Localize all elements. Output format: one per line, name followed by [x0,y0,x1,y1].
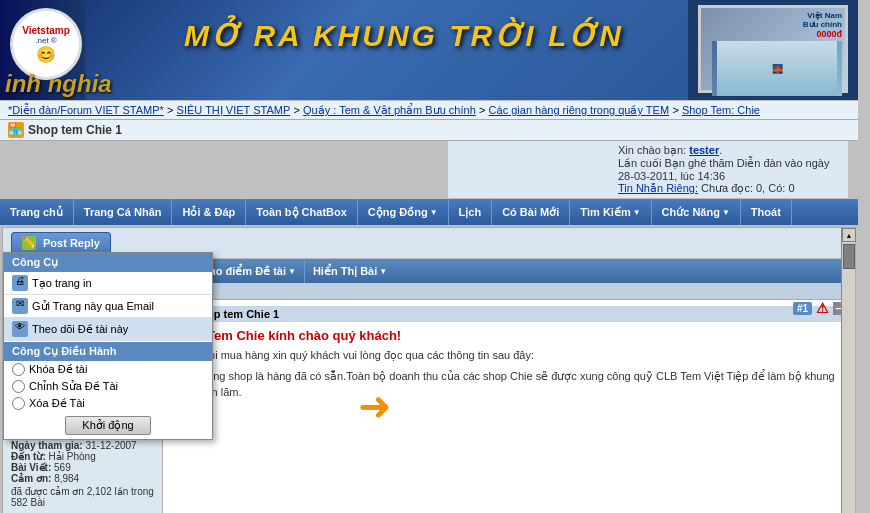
radio-edit[interactable] [12,380,25,393]
stat-camon: Cảm ơn: 8,984 [11,473,154,484]
nav-hoi-dap[interactable]: Hỏi & Đáp [172,199,246,225]
launch-btn-area: Khởi động [4,412,212,439]
scrollbar-up[interactable]: ▲ [842,228,856,242]
post-p1: Trước khi mua hàng xin quý khách vui lòn… [171,347,847,364]
radio-option-lock: Khóa Đề tài [4,361,212,378]
nav-tim-kiem[interactable]: Tìm Kiếm ▼ [570,199,651,225]
stat-posts: Bài Viết: 569 [11,462,154,473]
greet-username[interactable]: tester [689,144,719,156]
stat-from: Đến từ: Hải Phòng [11,451,154,462]
breadcrumb-link-forum[interactable]: *Diễn đàn/Forum VIET STAMP* [8,104,164,116]
breadcrumb-link-gian-hang[interactable]: Các gian hàng riêng trong quầy TEM [489,104,669,116]
nav-co-bai-moi[interactable]: Có Bài Mới [492,199,570,225]
nav-chuc-nang[interactable]: Chức Năng ▼ [652,199,741,225]
nav-chatbox[interactable]: Toàn bộ ChatBox [246,199,358,225]
radio-delete[interactable] [12,397,25,410]
logo-text: Vietstamp [22,25,70,36]
post-num-badge: #1 [793,302,812,315]
thread-col-display[interactable]: Hiển Thị Bài ▼ [305,259,395,283]
breadcrumb: *Diễn đàn/Forum VIET STAMP* > SIÊU THỊ V… [0,100,858,120]
nav-thoat[interactable]: Thoát [741,199,792,225]
header-title-area: MỞ RA KHUNG TRỜI LỚN [160,18,648,53]
breadcrumb-link-quay[interactable]: Quầy : Tem & Vật phẩm Bưu chính [303,104,476,116]
smiley-icon: 😊 [36,45,56,64]
nav-lich[interactable]: Lịch [449,199,493,225]
nav-trang-ca-nhan[interactable]: Trang Cá Nhân [74,199,173,225]
stamp-decoration: Việt NamBưu chính 0000đ 🌉 [698,5,848,93]
greet-text: Xin chào bạn: [618,144,686,156]
radio-delete-label: Xóa Đề Tài [29,397,85,410]
post-content: Shop Tem Chie kính chào quý khách! Trước… [171,328,847,401]
dropdown-section2-header: Công Cụ Điều Hành [4,342,212,361]
site-subtitle: inh nghia [0,70,112,98]
logo-subtext: .net ® [35,36,56,45]
post-p2: Hàng trong shop là hàng đã có sẵn.Toàn b… [171,368,847,401]
radio-lock-label: Khóa Đề tài [29,363,87,376]
last-visit-text: Lần cuối Bạn ghé thăm Diễn đàn vào ngày … [618,157,829,182]
scrollbar: ▲ ▼ [841,228,855,513]
inbox-value: Chưa đọc: 0, Có: 0 [701,182,795,194]
radio-option-edit: Chỉnh Sửa Đề Tài [4,378,212,395]
greet-bar: Xin chào bạn: tester. Lần cuối Bạn ghé t… [448,141,848,199]
scrollbar-thumb[interactable] [843,244,855,269]
site-tagline: MỞ RA KHUNG TRỜI LỚN [184,19,624,52]
dropdown-item-print[interactable]: 🖨 Tạo trang in [4,272,212,295]
stat-camon-detail: đã được cảm ơn 2,102 lần trong 582 Bài [11,486,154,508]
print-icon: 🖨 [12,275,28,291]
post-title-bar: 📌 Shop tem Chie 1 [171,306,847,322]
site-header: Vietstamp .net ® 😊 MỞ RA KHUNG TRỜI LỚN … [0,0,858,100]
radio-edit-label: Chỉnh Sửa Đề Tài [29,380,118,393]
dropdown-item-email[interactable]: ✉ Gửi Trang này qua Email [4,295,212,318]
email-icon: ✉ [12,298,28,314]
theo-label: Theo dõi Đề tài này [32,323,128,336]
breadcrumb-link-shop-tem[interactable]: Shop Tem: Chie [682,104,760,116]
warn-icon: ⚠ [816,300,829,316]
nav-trang-chu[interactable]: Trang chủ [0,199,74,225]
stat-join: Ngày tham gia: 31-12-2007 [11,440,154,451]
shop-title-row: 🏪 Shop tem Chie 1 [0,120,858,141]
main-content: ✏️ Post Reply Công Cụ ▼ Tìm Trong Đề Tài… [2,227,856,513]
post-reply-button[interactable]: ✏️ Post Reply [11,232,111,254]
nav-cong-dong[interactable]: Cộng Đồng ▼ [358,199,449,225]
dropdown-menu: Công Cụ 🖨 Tạo trang in ✉ Gửi Trang này q… [3,252,213,440]
post-heading: Shop Tem Chie kính chào quý khách! [171,328,847,343]
inbox-link[interactable]: Tin Nhắn Riêng: [618,182,698,194]
launch-button[interactable]: Khởi động [65,416,150,435]
user-stats: Ngày tham gia: 31-12-2007 Đến từ: Hải Ph… [11,440,154,513]
post-content-area: #1 ⚠ — 📌 Shop tem Chie 1 Shop Tem Chie k… [163,300,855,513]
post-reply-icon: ✏️ [22,236,36,250]
shop-title: Shop tem Chie 1 [28,123,122,137]
navbar: Trang chủ Trang Cá Nhân Hỏi & Đáp Toàn b… [0,199,858,225]
radio-option-delete: Xóa Đề Tài [4,395,212,412]
dropdown-section1-header: Công Cụ [4,253,212,272]
follow-icon: 👁 [12,321,28,337]
page-wrapper: Vietstamp .net ® 😊 MỞ RA KHUNG TRỜI LỚN … [0,0,858,513]
breadcrumb-link-sieu-thi[interactable]: SIÊU THỊ VIET STAMP [177,104,291,116]
dropdown-item-follow[interactable]: 👁 Theo dõi Đề tài này [4,318,212,341]
shop-icon: 🏪 [8,122,24,138]
radio-lock[interactable] [12,363,25,376]
